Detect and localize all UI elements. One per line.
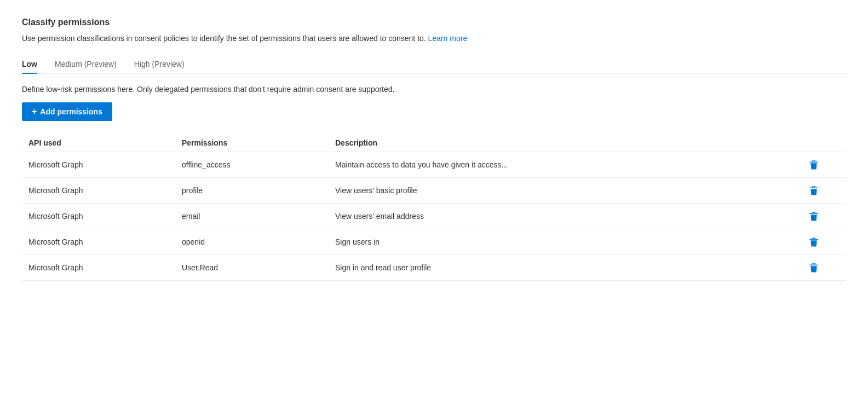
description-text: Use permission classifications in consen… — [22, 34, 426, 43]
cell-api-1: Microsoft Graph — [28, 186, 182, 195]
delete-button-1[interactable] — [807, 183, 821, 198]
cell-permission-4: User.Read — [182, 263, 335, 272]
low-risk-description: Define low-risk permissions here. Only d… — [22, 85, 846, 94]
delete-button-3[interactable] — [807, 235, 821, 249]
col-header-actions — [807, 138, 840, 147]
add-permissions-label: Add permissions — [40, 107, 102, 116]
cell-action-1 — [807, 183, 840, 198]
cell-description-4: Sign in and read user profile — [335, 263, 807, 272]
trash-icon-2 — [809, 211, 819, 221]
cell-description-1: View users' basic profile — [335, 186, 807, 195]
cell-permission-3: openid — [182, 238, 335, 246]
trash-icon-1 — [809, 186, 819, 195]
svg-rect-7 — [809, 239, 818, 240]
cell-action-3 — [807, 235, 840, 249]
delete-button-2[interactable] — [807, 209, 821, 223]
table-row: Microsoft Graph User.Read Sign in and re… — [22, 255, 846, 281]
table-row: Microsoft Graph openid Sign users in — [22, 229, 846, 255]
page-container: Classify permissions Use permission clas… — [22, 18, 846, 281]
table-row: Microsoft Graph offline_access Maintain … — [22, 152, 846, 178]
cell-permission-1: profile — [182, 186, 335, 195]
table-row: Microsoft Graph email View users' email … — [22, 204, 846, 229]
page-title: Classify permissions — [22, 18, 846, 27]
cell-description-0: Maintain access to data you have given i… — [335, 160, 807, 169]
svg-rect-3 — [809, 187, 818, 188]
svg-rect-8 — [812, 263, 816, 264]
svg-rect-5 — [809, 213, 818, 214]
cell-api-4: Microsoft Graph — [28, 263, 182, 272]
trash-icon-0 — [809, 160, 819, 170]
svg-rect-1 — [809, 161, 818, 163]
table-row: Microsoft Graph profile View users' basi… — [22, 178, 846, 204]
cell-api-0: Microsoft Graph — [28, 160, 182, 169]
learn-more-link[interactable]: Learn more — [428, 34, 468, 43]
cell-action-0 — [807, 158, 840, 172]
cell-permission-2: email — [182, 212, 335, 221]
svg-rect-4 — [812, 212, 816, 213]
tab-bar: Low Medium (Preview) High (Preview) — [22, 55, 846, 74]
svg-rect-0 — [812, 160, 816, 161]
cell-description-2: View users' email address — [335, 212, 807, 221]
cell-permission-0: offline_access — [182, 160, 335, 169]
col-header-permissions: Permissions — [182, 138, 335, 147]
cell-action-2 — [807, 209, 840, 223]
trash-icon-4 — [809, 263, 819, 273]
table-header: API used Permissions Description — [22, 134, 846, 152]
tab-medium[interactable]: Medium (Preview) — [55, 55, 117, 74]
cell-api-2: Microsoft Graph — [28, 212, 182, 221]
svg-rect-2 — [812, 186, 816, 187]
svg-rect-6 — [812, 238, 816, 239]
add-permissions-button[interactable]: + Add permissions — [22, 102, 112, 121]
trash-icon-3 — [809, 237, 819, 247]
svg-rect-9 — [809, 264, 818, 265]
cell-description-3: Sign users in — [335, 238, 807, 246]
plus-icon: + — [32, 107, 37, 117]
tab-high[interactable]: High (Preview) — [134, 55, 185, 74]
cell-action-4 — [807, 261, 840, 275]
page-description: Use permission classifications in consen… — [22, 33, 846, 44]
permissions-table: API used Permissions Description Microso… — [22, 134, 846, 281]
delete-button-4[interactable] — [807, 261, 821, 275]
cell-api-3: Microsoft Graph — [28, 238, 182, 246]
col-header-description: Description — [335, 138, 807, 147]
col-header-api: API used — [28, 138, 182, 147]
tab-low[interactable]: Low — [22, 55, 37, 74]
delete-button-0[interactable] — [807, 158, 821, 172]
